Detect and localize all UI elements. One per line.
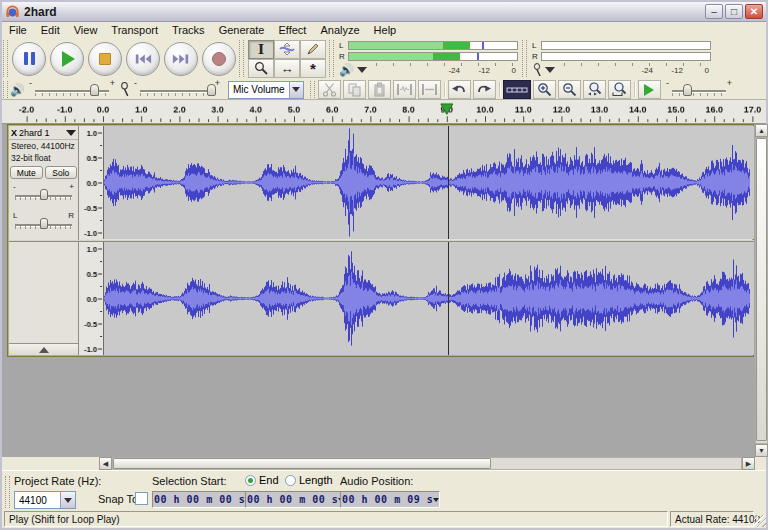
selection-end-field[interactable]: 00 h 00 m 00 s: [245, 491, 345, 508]
skip-to-start-icon: [134, 52, 152, 66]
track-menu-dropdown-icon[interactable]: [66, 130, 76, 136]
input-source-dropdown-icon[interactable]: [289, 82, 303, 98]
vertical-ruler-left-channel[interactable]: [79, 126, 104, 239]
zoom-out-button[interactable]: [558, 80, 581, 99]
project-rate-dropdown-icon[interactable]: [60, 492, 75, 508]
trim-audio-button[interactable]: [393, 80, 416, 99]
scroll-left-button[interactable]: ◀: [99, 457, 112, 470]
draw-tool-button[interactable]: [300, 40, 326, 59]
stop-icon: [99, 53, 111, 65]
silence-audio-button[interactable]: [418, 80, 441, 99]
length-radio-circle: [285, 475, 296, 486]
audio-position-dropdown-icon[interactable]: [433, 498, 439, 502]
audio-track[interactable]: X 2hard 1 Stereo, 44100Hz 32-bit float M…: [8, 125, 753, 356]
menu-item-transport[interactable]: Transport: [104, 23, 165, 37]
vertical-ruler-right-channel[interactable]: [79, 242, 104, 355]
input-meter-grabber[interactable]: [522, 40, 527, 77]
copy-button[interactable]: [343, 80, 366, 99]
menu-item-help[interactable]: Help: [367, 23, 404, 37]
selection-start-field[interactable]: 00 h 00 m 00 s: [152, 491, 252, 508]
play-button[interactable]: [50, 42, 84, 76]
fit-project-button[interactable]: [608, 80, 631, 99]
input-volume-slider[interactable]: -+: [134, 82, 220, 98]
ibeam-icon: I: [258, 42, 264, 57]
end-radio[interactable]: End: [245, 474, 279, 486]
timeline-ruler[interactable]: [2, 100, 766, 124]
menu-item-view[interactable]: View: [67, 23, 105, 37]
menu-item-generate[interactable]: Generate: [212, 23, 272, 37]
close-button[interactable]: ✕: [745, 4, 763, 19]
stop-button[interactable]: [88, 42, 122, 76]
input-level-meter[interactable]: L R -24 -12 0: [532, 40, 711, 78]
play-icon: [62, 51, 75, 67]
horizontal-scroll-thumb[interactable]: [113, 458, 491, 469]
undo-button[interactable]: [448, 80, 471, 99]
edit-toolbar-grabber[interactable]: [310, 81, 315, 98]
record-button[interactable]: [202, 42, 236, 76]
zoom-in-button[interactable]: [533, 80, 556, 99]
tools-toolbar-grabber[interactable]: [239, 40, 244, 77]
resize-grip[interactable]: [754, 515, 766, 527]
multi-tool-button[interactable]: *: [300, 59, 326, 78]
playback-speed-thumb[interactable]: [683, 84, 692, 96]
zoom-tool-button[interactable]: [248, 59, 274, 78]
gain-slider-thumb[interactable]: [40, 189, 48, 200]
menu-item-edit[interactable]: Edit: [34, 23, 67, 37]
pan-slider[interactable]: LR: [12, 216, 75, 231]
pan-slider-thumb[interactable]: [40, 218, 48, 229]
gain-slider[interactable]: -+: [12, 187, 75, 202]
maximize-button[interactable]: □: [725, 4, 743, 19]
scroll-down-button[interactable]: ▼: [755, 444, 768, 457]
output-meter-dropdown-icon[interactable]: [357, 67, 367, 73]
menu-item-analyze[interactable]: Analyze: [313, 23, 366, 37]
vertical-scroll-thumb[interactable]: [756, 138, 767, 441]
keyboard-button[interactable]: [503, 80, 531, 99]
selection-tool-button[interactable]: I: [248, 40, 274, 59]
skip-to-end-button[interactable]: [164, 42, 198, 76]
track-collapse-button[interactable]: [9, 343, 78, 355]
waveform-right-channel[interactable]: [104, 242, 754, 355]
input-source-select[interactable]: Mic Volume: [228, 81, 304, 99]
input-meter-dropdown-icon[interactable]: [545, 67, 555, 73]
envelope-tool-button[interactable]: [274, 40, 300, 59]
horizontal-scrollbar[interactable]: ◀ ▶: [2, 457, 766, 470]
waveform-left-channel[interactable]: [104, 126, 754, 239]
mixer-toolbar-grabber[interactable]: [3, 81, 8, 98]
window-title: 2hard: [24, 5, 703, 19]
play-at-speed-button[interactable]: [638, 80, 661, 99]
menu-item-effect[interactable]: Effect: [272, 23, 314, 37]
title-bar[interactable]: 2hard – □ ✕: [2, 2, 766, 22]
selection-end-value: 00 h 00 m 00 s: [247, 494, 338, 505]
track-close-button[interactable]: X: [9, 128, 19, 138]
fit-project-icon: [612, 82, 627, 97]
vertical-scrollbar[interactable]: ▲ ▼: [755, 124, 768, 457]
skip-to-start-button[interactable]: [126, 42, 160, 76]
fit-selection-button[interactable]: [583, 80, 606, 99]
paste-button[interactable]: [368, 80, 391, 99]
output-meter-grabber[interactable]: [329, 40, 334, 77]
mute-button[interactable]: Mute: [10, 166, 43, 179]
scroll-right-button[interactable]: ▶: [742, 457, 755, 470]
input-volume-thumb[interactable]: [207, 84, 216, 96]
redo-button[interactable]: [473, 80, 496, 99]
selection-toolbar-grabber[interactable]: [5, 476, 10, 508]
output-level-meter[interactable]: L R 🔊 -24 -12 0: [339, 40, 518, 78]
audio-position-field[interactable]: 00 h 00 m 09 s: [340, 491, 440, 508]
time-shift-tool-button[interactable]: ↔: [274, 59, 300, 78]
record-icon: [212, 52, 226, 66]
pause-button[interactable]: [12, 42, 46, 76]
project-rate-select[interactable]: 44100: [14, 491, 76, 509]
solo-button[interactable]: Solo: [45, 166, 78, 179]
transport-toolbar-grabber[interactable]: [3, 40, 8, 77]
playback-speed-slider[interactable]: -+: [666, 82, 732, 98]
track-title[interactable]: 2hard 1: [19, 128, 66, 138]
menu-item-tracks[interactable]: Tracks: [165, 23, 212, 37]
minimize-button[interactable]: –: [705, 4, 723, 19]
scroll-up-button[interactable]: ▲: [755, 124, 768, 137]
cut-button[interactable]: [318, 80, 341, 99]
output-volume-thumb[interactable]: [90, 84, 99, 96]
length-radio[interactable]: Length: [285, 474, 333, 486]
snap-to-checkbox[interactable]: [135, 492, 148, 505]
output-volume-slider[interactable]: -+: [29, 82, 115, 98]
menu-item-file[interactable]: File: [2, 23, 34, 37]
